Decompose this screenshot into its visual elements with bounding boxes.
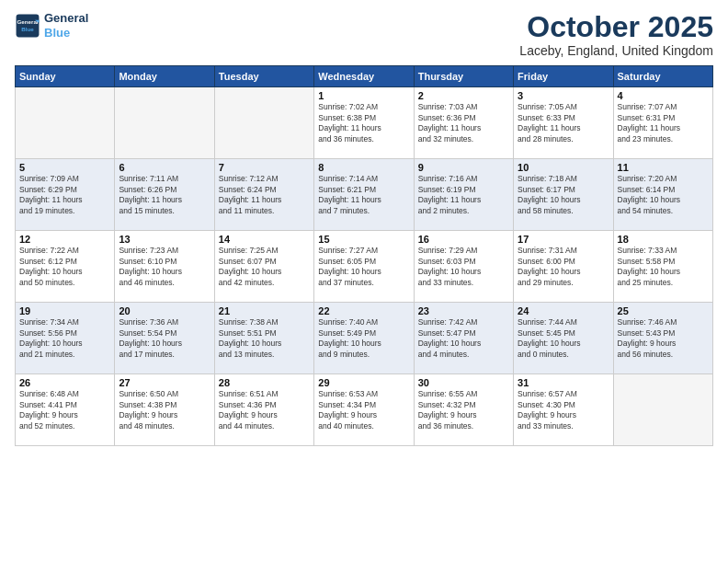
day-info: Sunrise: 7:40 AM Sunset: 5:49 PM Dayligh… xyxy=(318,317,409,360)
day-info: Sunrise: 6:48 AM Sunset: 4:41 PM Dayligh… xyxy=(19,389,110,431)
day-number: 25 xyxy=(618,305,709,316)
week-row-2: 5Sunrise: 7:09 AM Sunset: 6:29 PM Daylig… xyxy=(16,159,713,231)
calendar-cell: 21Sunrise: 7:38 AM Sunset: 5:51 PM Dayli… xyxy=(214,303,313,374)
calendar-cell: 10Sunrise: 7:18 AM Sunset: 6:17 PM Dayli… xyxy=(514,159,613,231)
day-info: Sunrise: 6:57 AM Sunset: 4:30 PM Dayligh… xyxy=(518,389,609,431)
day-number: 14 xyxy=(219,234,310,245)
svg-text:Blue: Blue xyxy=(21,26,34,32)
logo-icon: General Blue xyxy=(15,13,40,39)
day-info: Sunrise: 7:23 AM Sunset: 6:10 PM Dayligh… xyxy=(119,246,210,288)
day-info: Sunrise: 7:36 AM Sunset: 5:54 PM Dayligh… xyxy=(119,317,210,360)
day-number: 10 xyxy=(518,162,609,173)
day-info: Sunrise: 7:05 AM Sunset: 6:33 PM Dayligh… xyxy=(518,102,609,144)
calendar-cell: 15Sunrise: 7:27 AM Sunset: 6:05 PM Dayli… xyxy=(314,231,414,303)
month-title: October 2025 xyxy=(519,11,713,43)
day-number: 31 xyxy=(518,377,609,388)
calendar-cell: 16Sunrise: 7:29 AM Sunset: 6:03 PM Dayli… xyxy=(414,231,513,303)
day-number: 23 xyxy=(418,305,509,316)
location: Laceby, England, United Kingdom xyxy=(519,43,713,58)
day-number: 17 xyxy=(518,234,609,245)
col-header-monday: Monday xyxy=(115,66,214,87)
day-number: 26 xyxy=(19,377,110,388)
day-info: Sunrise: 7:03 AM Sunset: 6:36 PM Dayligh… xyxy=(418,102,509,144)
title-block: October 2025 Laceby, England, United Kin… xyxy=(519,11,713,58)
day-number: 4 xyxy=(618,90,709,101)
day-number: 29 xyxy=(318,377,409,388)
day-info: Sunrise: 7:44 AM Sunset: 5:45 PM Dayligh… xyxy=(518,317,609,360)
day-number: 22 xyxy=(318,305,409,316)
calendar-page: General Blue General Blue October 2025 L… xyxy=(0,0,728,563)
day-number: 20 xyxy=(119,305,210,316)
calendar-cell: 17Sunrise: 7:31 AM Sunset: 6:00 PM Dayli… xyxy=(514,231,613,303)
day-info: Sunrise: 7:33 AM Sunset: 5:58 PM Dayligh… xyxy=(618,246,709,288)
col-header-friday: Friday xyxy=(514,66,613,87)
calendar-cell xyxy=(214,87,313,159)
day-number: 2 xyxy=(418,90,509,101)
day-info: Sunrise: 7:20 AM Sunset: 6:14 PM Dayligh… xyxy=(618,174,709,216)
calendar-cell: 20Sunrise: 7:36 AM Sunset: 5:54 PM Dayli… xyxy=(115,303,214,374)
day-number: 6 xyxy=(119,162,210,173)
col-header-saturday: Saturday xyxy=(613,66,712,87)
day-info: Sunrise: 7:18 AM Sunset: 6:17 PM Dayligh… xyxy=(518,174,609,216)
day-info: Sunrise: 7:25 AM Sunset: 6:07 PM Dayligh… xyxy=(219,246,310,288)
col-header-tuesday: Tuesday xyxy=(214,66,313,87)
week-row-4: 19Sunrise: 7:34 AM Sunset: 5:56 PM Dayli… xyxy=(16,303,713,374)
calendar-cell: 29Sunrise: 6:53 AM Sunset: 4:34 PM Dayli… xyxy=(314,374,414,446)
week-row-5: 26Sunrise: 6:48 AM Sunset: 4:41 PM Dayli… xyxy=(16,374,713,446)
calendar-cell: 3Sunrise: 7:05 AM Sunset: 6:33 PM Daylig… xyxy=(514,87,613,159)
day-number: 13 xyxy=(119,234,210,245)
calendar-cell: 25Sunrise: 7:46 AM Sunset: 5:43 PM Dayli… xyxy=(613,303,712,374)
col-header-sunday: Sunday xyxy=(16,66,115,87)
day-info: Sunrise: 6:51 AM Sunset: 4:36 PM Dayligh… xyxy=(219,389,310,431)
calendar-cell: 31Sunrise: 6:57 AM Sunset: 4:30 PM Dayli… xyxy=(514,374,613,446)
calendar-cell: 18Sunrise: 7:33 AM Sunset: 5:58 PM Dayli… xyxy=(613,231,712,303)
calendar-cell: 13Sunrise: 7:23 AM Sunset: 6:10 PM Dayli… xyxy=(115,231,214,303)
day-info: Sunrise: 7:12 AM Sunset: 6:24 PM Dayligh… xyxy=(219,174,310,216)
day-number: 12 xyxy=(19,234,110,245)
day-number: 16 xyxy=(418,234,509,245)
day-info: Sunrise: 7:34 AM Sunset: 5:56 PM Dayligh… xyxy=(19,317,110,360)
col-header-thursday: Thursday xyxy=(414,66,513,87)
calendar-cell: 11Sunrise: 7:20 AM Sunset: 6:14 PM Dayli… xyxy=(613,159,712,231)
calendar-cell xyxy=(115,87,214,159)
calendar-cell: 23Sunrise: 7:42 AM Sunset: 5:47 PM Dayli… xyxy=(414,303,513,374)
calendar-cell xyxy=(16,87,115,159)
day-number: 5 xyxy=(19,162,110,173)
day-info: Sunrise: 7:46 AM Sunset: 5:43 PM Dayligh… xyxy=(618,317,709,360)
header: General Blue General Blue October 2025 L… xyxy=(15,11,713,58)
calendar-cell: 26Sunrise: 6:48 AM Sunset: 4:41 PM Dayli… xyxy=(16,374,115,446)
calendar-table: SundayMondayTuesdayWednesdayThursdayFrid… xyxy=(15,65,713,446)
day-info: Sunrise: 7:38 AM Sunset: 5:51 PM Dayligh… xyxy=(219,317,310,360)
day-info: Sunrise: 7:11 AM Sunset: 6:26 PM Dayligh… xyxy=(119,174,210,216)
day-info: Sunrise: 7:14 AM Sunset: 6:21 PM Dayligh… xyxy=(318,174,409,216)
calendar-cell: 28Sunrise: 6:51 AM Sunset: 4:36 PM Dayli… xyxy=(214,374,313,446)
day-info: Sunrise: 7:42 AM Sunset: 5:47 PM Dayligh… xyxy=(418,317,509,360)
week-row-1: 1Sunrise: 7:02 AM Sunset: 6:38 PM Daylig… xyxy=(16,87,713,159)
day-number: 24 xyxy=(518,305,609,316)
day-info: Sunrise: 7:09 AM Sunset: 6:29 PM Dayligh… xyxy=(19,174,110,216)
calendar-cell: 7Sunrise: 7:12 AM Sunset: 6:24 PM Daylig… xyxy=(214,159,313,231)
calendar-cell: 30Sunrise: 6:55 AM Sunset: 4:32 PM Dayli… xyxy=(414,374,513,446)
day-number: 15 xyxy=(318,234,409,245)
logo-text-blue: Blue xyxy=(44,26,88,40)
calendar-cell: 19Sunrise: 7:34 AM Sunset: 5:56 PM Dayli… xyxy=(16,303,115,374)
day-info: Sunrise: 7:31 AM Sunset: 6:00 PM Dayligh… xyxy=(518,246,609,288)
day-number: 18 xyxy=(618,234,709,245)
day-number: 1 xyxy=(318,90,409,101)
day-number: 21 xyxy=(219,305,310,316)
calendar-cell: 12Sunrise: 7:22 AM Sunset: 6:12 PM Dayli… xyxy=(16,231,115,303)
calendar-cell: 9Sunrise: 7:16 AM Sunset: 6:19 PM Daylig… xyxy=(414,159,513,231)
calendar-cell: 1Sunrise: 7:02 AM Sunset: 6:38 PM Daylig… xyxy=(314,87,414,159)
calendar-cell: 27Sunrise: 6:50 AM Sunset: 4:38 PM Dayli… xyxy=(115,374,214,446)
calendar-cell: 2Sunrise: 7:03 AM Sunset: 6:36 PM Daylig… xyxy=(414,87,513,159)
calendar-cell: 5Sunrise: 7:09 AM Sunset: 6:29 PM Daylig… xyxy=(16,159,115,231)
day-info: Sunrise: 7:27 AM Sunset: 6:05 PM Dayligh… xyxy=(318,246,409,288)
calendar-cell: 6Sunrise: 7:11 AM Sunset: 6:26 PM Daylig… xyxy=(115,159,214,231)
day-number: 7 xyxy=(219,162,310,173)
col-header-wednesday: Wednesday xyxy=(314,66,414,87)
calendar-cell: 22Sunrise: 7:40 AM Sunset: 5:49 PM Dayli… xyxy=(314,303,414,374)
week-row-3: 12Sunrise: 7:22 AM Sunset: 6:12 PM Dayli… xyxy=(16,231,713,303)
calendar-cell: 24Sunrise: 7:44 AM Sunset: 5:45 PM Dayli… xyxy=(514,303,613,374)
calendar-cell: 4Sunrise: 7:07 AM Sunset: 6:31 PM Daylig… xyxy=(613,87,712,159)
calendar-cell xyxy=(613,374,712,446)
